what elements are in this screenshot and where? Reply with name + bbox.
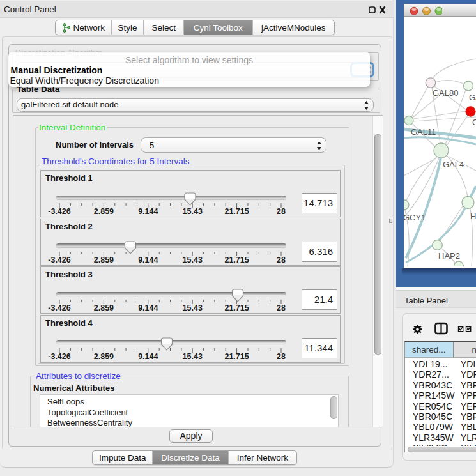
svg-text:HIS: HIS	[470, 211, 476, 221]
svg-text:GAL80: GAL80	[433, 88, 458, 98]
svg-text:GA: GA	[469, 93, 476, 102]
svg-text:GAL4: GAL4	[443, 160, 464, 169]
svg-text:C: C	[472, 118, 476, 127]
svg-text:HAP2: HAP2	[438, 251, 460, 261]
svg-text:GCY1: GCY1	[404, 213, 426, 222]
svg-text:GAL11: GAL11	[411, 127, 436, 137]
